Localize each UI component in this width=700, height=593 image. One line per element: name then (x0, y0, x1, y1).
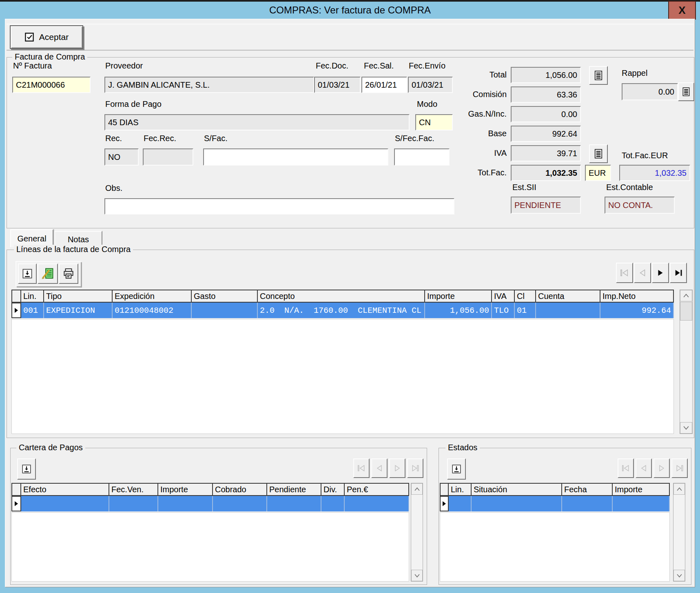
lines-cell-importe[interactable]: 1,056.00 (425, 303, 492, 318)
s-fec-fac-label: S/Fec.Fac. (395, 134, 434, 144)
payments-col-div: Div. (321, 483, 345, 496)
states-cell-importe[interactable] (613, 496, 670, 511)
lines-cell-tipo[interactable]: EXPEDICION (44, 303, 113, 318)
lines-header-marker-cell (11, 290, 21, 303)
payments-scrollbar[interactable] (411, 483, 423, 582)
payments-cell-fec-ven[interactable] (109, 496, 158, 511)
s-fac-label: S/Fac. (204, 134, 228, 144)
payments-cell-efecto[interactable] (21, 496, 109, 511)
fec-sal-field[interactable]: 26/01/21 (361, 77, 407, 93)
states-nav-last-button[interactable] (671, 458, 688, 478)
nav-next-icon (658, 465, 666, 471)
states-nav-first-button[interactable] (618, 458, 634, 478)
states-grid-body (440, 512, 670, 582)
nav-first-icon (620, 269, 629, 277)
num-factura-field[interactable]: C21M000066 (12, 77, 91, 93)
nav-last-icon (676, 465, 684, 471)
payments-nav-first-button[interactable] (353, 458, 370, 478)
scroll-up-icon[interactable] (673, 483, 685, 495)
row-pointer-icon (14, 500, 18, 507)
lines-cell-concepto[interactable]: 2.0 N/A. 1760.00 CLEMENTINA CL (258, 303, 425, 318)
lines-nav-last-button[interactable] (670, 263, 687, 283)
states-cell-situacion[interactable] (472, 496, 562, 511)
list-icon (681, 87, 691, 97)
lines-scrollbar[interactable] (680, 290, 693, 434)
lines-cell-gasto[interactable] (192, 303, 258, 318)
states-scrollbar[interactable] (673, 483, 685, 582)
lines-col-imp-neto: Imp.Neto (600, 290, 674, 303)
close-button[interactable]: X (668, 1, 696, 20)
gas-n-inc-label: Gas.N/Inc. (433, 109, 507, 120)
nav-prev-icon (375, 465, 383, 471)
rappel-detail-button[interactable] (678, 82, 694, 101)
lines-cell-lin[interactable]: 001 (21, 303, 44, 318)
close-icon: X (678, 4, 685, 17)
lines-export-button[interactable] (18, 263, 37, 284)
lines-cell-iva[interactable]: TLO (492, 303, 515, 318)
nav-first-icon (622, 465, 630, 471)
lines-cell-cuenta[interactable] (536, 303, 600, 318)
payments-cell-importe[interactable] (158, 496, 213, 511)
payments-nav-last-button[interactable] (407, 458, 423, 478)
lines-nav-next-button[interactable] (652, 263, 669, 283)
comision-label: Comisión (433, 90, 507, 100)
currency-field[interactable]: EUR (585, 165, 611, 181)
proveedor-field: J. GAMBIN ALICANTE, S.L. (104, 77, 314, 93)
row-pointer-icon (14, 307, 18, 314)
lines-col-tipo: Tipo (44, 290, 113, 303)
lines-col-concepto: Concepto (258, 290, 425, 303)
states-row-marker (440, 496, 449, 511)
scroll-up-icon[interactable] (680, 290, 692, 301)
payments-export-button[interactable] (17, 458, 36, 480)
payments-nav-prev-button[interactable] (371, 458, 388, 478)
scroll-down-icon[interactable] (411, 570, 423, 581)
total-field: 1,056.00 (511, 67, 581, 83)
payments-row-marker (11, 496, 21, 511)
iva-label: IVA (433, 148, 507, 159)
states-col-situacion: Situación (472, 483, 562, 496)
rec-label: Rec. (105, 134, 122, 144)
lines-cell-cl[interactable]: 01 (515, 303, 536, 318)
nav-prev-icon (638, 269, 647, 277)
lines-nav-prev-button[interactable] (634, 263, 651, 283)
nav-next-icon (393, 465, 401, 471)
states-export-button[interactable] (447, 458, 466, 480)
lines-cell-expedicion[interactable]: 012100048002 (113, 303, 192, 318)
tot-fac-label: Tot.Fac. (433, 168, 507, 179)
tot-fac-eur-field: 1,032.35 (619, 165, 690, 181)
accept-button-label: Aceptar (39, 32, 69, 42)
states-nav-next-button[interactable] (653, 458, 670, 478)
payments-group-title: Cartera de Pagos (16, 443, 85, 452)
lines-scroll-thumb[interactable] (680, 302, 692, 321)
iva-detail-button[interactable] (589, 144, 608, 163)
payments-cell-pen-eur[interactable] (345, 496, 409, 511)
nav-next-icon (656, 269, 665, 277)
payments-cell-pendiente[interactable] (267, 496, 321, 511)
scroll-up-icon[interactable] (411, 483, 423, 495)
obs-field[interactable] (104, 198, 454, 215)
accept-button[interactable]: Aceptar (10, 25, 83, 49)
states-group-title: Estados (445, 443, 480, 452)
nav-last-icon (674, 269, 683, 277)
gas-n-inc-field: 0.00 (511, 106, 581, 122)
states-cell-lin[interactable] (449, 496, 472, 511)
payments-cell-cobrado[interactable] (213, 496, 267, 511)
scroll-down-icon[interactable] (680, 422, 692, 434)
states-cell-fecha[interactable] (562, 496, 613, 511)
lines-print-button[interactable] (59, 263, 78, 284)
row-pointer-icon (442, 500, 446, 507)
lines-col-lin: Lin. (21, 290, 44, 303)
lines-col-expedicion: Expedición (113, 290, 192, 303)
s-fac-field[interactable] (203, 148, 388, 166)
lines-cell-imp-neto[interactable]: 992.64 (600, 303, 674, 318)
scroll-down-icon[interactable] (673, 570, 685, 581)
total-detail-button[interactable] (589, 66, 608, 85)
rappel-label: Rappel (622, 69, 647, 79)
fec-doc-field: 01/03/21 (314, 77, 361, 93)
lines-group-title: Líneas de la factura de Compra (14, 245, 133, 254)
states-nav-prev-button[interactable] (636, 458, 652, 478)
lines-edit-button[interactable] (38, 263, 58, 284)
lines-nav-first-button[interactable] (616, 263, 633, 283)
payments-nav-next-button[interactable] (389, 458, 405, 478)
payments-cell-div[interactable] (321, 496, 345, 511)
